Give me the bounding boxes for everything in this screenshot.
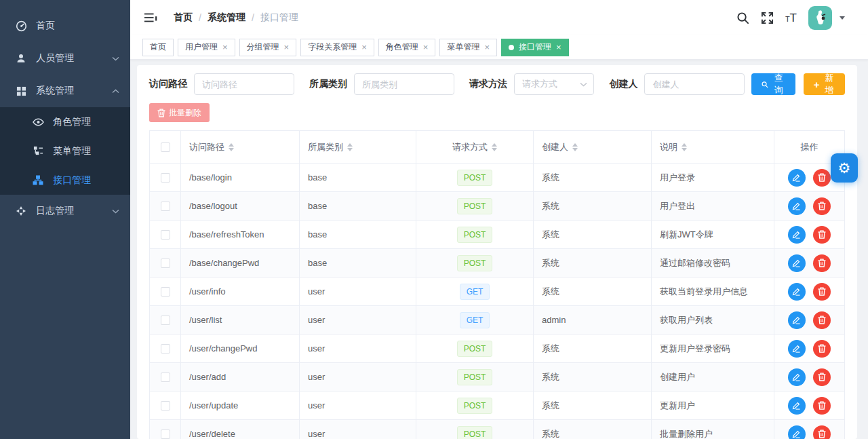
- chevron-down-icon: [112, 56, 119, 61]
- cell-category: user: [300, 420, 416, 439]
- delete-button[interactable]: [813, 397, 831, 415]
- tab[interactable]: 字段关系管理 ×: [300, 39, 374, 56]
- tab-label: 用户管理: [185, 41, 218, 53]
- filter-category-label: 所属类别: [309, 78, 347, 90]
- tab-bar: 首页 用户管理 × 分组管理 × 字段关系管理 × 角色管理 × 菜单管理 × …: [130, 35, 868, 60]
- filter-method-select[interactable]: 请求方式: [514, 73, 594, 95]
- row-checkbox[interactable]: [161, 316, 170, 325]
- delete-button[interactable]: [813, 169, 831, 187]
- query-button[interactable]: 查询: [751, 73, 795, 95]
- sidebar-item-logs[interactable]: 日志管理: [0, 195, 130, 227]
- avatar[interactable]: [808, 6, 832, 30]
- cell-category: user: [300, 278, 416, 306]
- edit-button[interactable]: [788, 340, 806, 358]
- delete-button[interactable]: [813, 340, 831, 358]
- sort-icon[interactable]: [492, 143, 497, 151]
- tab-close-icon[interactable]: ×: [284, 43, 290, 52]
- breadcrumb-system[interactable]: 系统管理: [208, 12, 245, 24]
- add-button[interactable]: + 新增: [804, 73, 845, 95]
- edit-button[interactable]: [788, 254, 806, 272]
- chevron-down-icon: [580, 82, 587, 87]
- sidebar-item-personnel[interactable]: 人员管理: [0, 42, 130, 75]
- column-header-description[interactable]: 说明: [652, 131, 774, 164]
- column-header-path[interactable]: 访问路径: [181, 131, 300, 164]
- settings-gear-button[interactable]: ⚙: [831, 153, 858, 183]
- row-checkbox[interactable]: [161, 230, 170, 240]
- table-row: /base/logout base POST 系统 用户登出: [150, 192, 845, 221]
- sidebar-item-home[interactable]: 首页: [0, 9, 130, 42]
- cell-path: /user/list: [181, 306, 300, 335]
- delete-button[interactable]: [813, 197, 831, 215]
- edit-button[interactable]: [788, 283, 806, 301]
- filter-creator-input[interactable]: [644, 73, 745, 95]
- search-icon[interactable]: [736, 12, 749, 24]
- pencil-icon: [792, 430, 801, 438]
- sort-icon[interactable]: [682, 143, 687, 151]
- tab-close-icon[interactable]: ×: [423, 43, 429, 52]
- sort-icon[interactable]: [229, 143, 234, 151]
- tab[interactable]: 菜单管理 ×: [439, 39, 497, 56]
- cell-category: base: [300, 192, 416, 221]
- row-checkbox[interactable]: [161, 401, 170, 411]
- sort-icon[interactable]: [347, 143, 353, 151]
- avatar-dropdown-caret-icon[interactable]: [840, 16, 845, 20]
- row-checkbox[interactable]: [161, 202, 170, 211]
- row-checkbox[interactable]: [161, 287, 170, 297]
- column-header-category[interactable]: 所属类别: [300, 131, 416, 164]
- edit-button[interactable]: [788, 226, 806, 244]
- delete-button[interactable]: [813, 311, 831, 329]
- tab-close-icon[interactable]: ×: [222, 43, 228, 52]
- edit-button[interactable]: [788, 169, 806, 187]
- sidebar-item-roles[interactable]: 角色管理: [0, 107, 130, 136]
- tab[interactable]: 分组管理 ×: [239, 39, 297, 56]
- column-header-creator[interactable]: 创建人: [534, 131, 652, 164]
- edit-button[interactable]: [788, 368, 806, 386]
- row-checkbox[interactable]: [161, 259, 170, 268]
- menu-tree-icon: [32, 146, 44, 156]
- edit-button[interactable]: [788, 397, 806, 415]
- row-checkbox[interactable]: [161, 173, 170, 183]
- delete-button[interactable]: [813, 368, 831, 386]
- sidebar-item-label: 系统管理: [36, 85, 74, 97]
- cell-creator: 系统: [534, 221, 652, 249]
- breadcrumb-home[interactable]: 首页: [174, 12, 193, 24]
- column-header-method[interactable]: 请求方式: [416, 131, 534, 164]
- batch-delete-button[interactable]: 批量删除: [149, 103, 210, 122]
- cell-creator: 系统: [534, 278, 652, 306]
- row-checkbox[interactable]: [161, 430, 170, 439]
- tab-close-icon[interactable]: ×: [556, 43, 561, 52]
- row-checkbox[interactable]: [161, 373, 170, 382]
- trash-icon: [818, 430, 826, 438]
- sort-icon[interactable]: [572, 143, 578, 151]
- delete-button[interactable]: [813, 226, 831, 244]
- sidebar-item-label: 角色管理: [53, 116, 91, 128]
- fullscreen-icon[interactable]: [761, 12, 774, 24]
- cell-path: /user/update: [181, 392, 300, 420]
- tab[interactable]: 角色管理 ×: [378, 39, 436, 56]
- sidebar-item-apis[interactable]: 接口管理: [0, 166, 130, 195]
- main-area: 首页 / 系统管理 / 接口管理 TT: [130, 0, 868, 439]
- filter-category-input[interactable]: [354, 73, 454, 95]
- edit-button[interactable]: [788, 197, 806, 215]
- filter-path-input[interactable]: [194, 73, 294, 95]
- sidebar: 首页 人员管理 系统管理 角色管理: [0, 0, 130, 439]
- delete-button[interactable]: [813, 425, 831, 439]
- edit-button[interactable]: [788, 311, 806, 329]
- tab[interactable]: 首页: [142, 39, 174, 56]
- tab-close-icon[interactable]: ×: [361, 43, 367, 52]
- edit-button[interactable]: [788, 425, 806, 439]
- delete-button[interactable]: [813, 254, 831, 272]
- tab-close-icon[interactable]: ×: [484, 43, 490, 52]
- sidebar-collapse-icon[interactable]: [144, 12, 157, 23]
- tab[interactable]: 接口管理 ×: [501, 39, 569, 56]
- user-icon: [15, 53, 27, 64]
- select-all-checkbox[interactable]: [161, 142, 170, 152]
- delete-button[interactable]: [813, 283, 831, 301]
- method-badge: GET: [460, 284, 490, 300]
- sidebar-item-label: 菜单管理: [53, 145, 91, 157]
- sidebar-item-system[interactable]: 系统管理: [0, 75, 130, 107]
- tab[interactable]: 用户管理 ×: [178, 39, 235, 56]
- sidebar-item-menus[interactable]: 菜单管理: [0, 136, 130, 166]
- font-size-icon[interactable]: TT: [785, 12, 797, 24]
- row-checkbox[interactable]: [161, 344, 170, 354]
